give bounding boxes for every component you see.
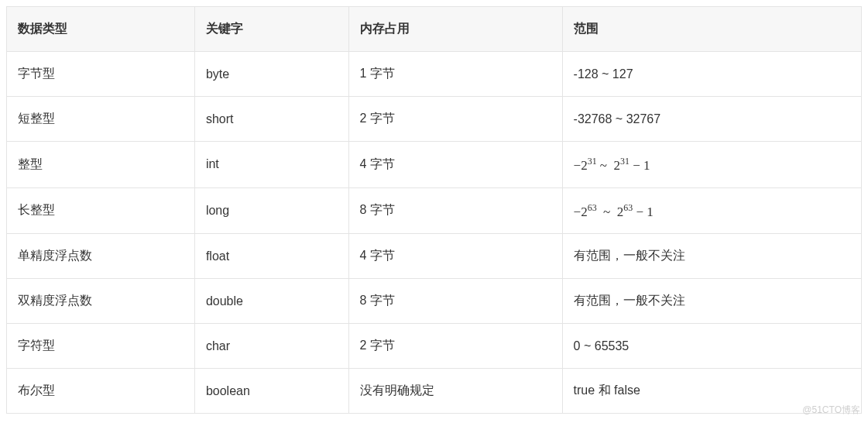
- cell-keyword: byte: [194, 52, 348, 97]
- cell-type: 双精度浮点数: [7, 279, 195, 324]
- cell-type: 布尔型: [7, 369, 195, 414]
- table-row: 长整型 long 8 字节 −263 ~ 263 − 1: [7, 187, 862, 234]
- cell-range: −263 ~ 263 − 1: [562, 187, 861, 234]
- header-data-type: 数据类型: [7, 7, 195, 52]
- cell-range: -32768 ~ 32767: [562, 97, 861, 142]
- cell-range: 0 ~ 65535: [562, 324, 861, 369]
- table-row: 短整型 short 2 字节 -32768 ~ 32767: [7, 97, 862, 142]
- cell-memory: 没有明确规定: [348, 369, 562, 414]
- data-types-table: 数据类型 关键字 内存占用 范围 字节型 byte 1 字节 -128 ~ 12…: [6, 6, 862, 414]
- cell-type: 单精度浮点数: [7, 234, 195, 279]
- cell-keyword: char: [194, 324, 348, 369]
- cell-keyword: double: [194, 279, 348, 324]
- table-row: 整型 int 4 字节 −231 ~ 231 − 1: [7, 142, 862, 188]
- cell-memory: 1 字节: [348, 52, 562, 97]
- table-body: 字节型 byte 1 字节 -128 ~ 127 短整型 short 2 字节 …: [7, 52, 862, 414]
- header-range: 范围: [562, 7, 861, 52]
- cell-memory: 8 字节: [348, 279, 562, 324]
- cell-range: −231 ~ 231 − 1: [562, 142, 861, 188]
- cell-keyword: int: [194, 142, 348, 188]
- header-keyword: 关键字: [194, 7, 348, 52]
- cell-memory: 8 字节: [348, 187, 562, 234]
- cell-range: 有范围，一般不关注: [562, 279, 861, 324]
- cell-memory: 2 字节: [348, 97, 562, 142]
- table-row: 字节型 byte 1 字节 -128 ~ 127: [7, 52, 862, 97]
- cell-memory: 4 字节: [348, 234, 562, 279]
- table-header-row: 数据类型 关键字 内存占用 范围: [7, 7, 862, 52]
- cell-range: 有范围，一般不关注: [562, 234, 861, 279]
- cell-type: 长整型: [7, 187, 195, 234]
- cell-type: 字节型: [7, 52, 195, 97]
- cell-memory: 4 字节: [348, 142, 562, 188]
- table-row: 单精度浮点数 float 4 字节 有范围，一般不关注: [7, 234, 862, 279]
- cell-type: 整型: [7, 142, 195, 188]
- cell-keyword: float: [194, 234, 348, 279]
- table-row: 字符型 char 2 字节 0 ~ 65535: [7, 324, 862, 369]
- cell-memory: 2 字节: [348, 324, 562, 369]
- cell-type: 短整型: [7, 97, 195, 142]
- cell-type: 字符型: [7, 324, 195, 369]
- cell-keyword: short: [194, 97, 348, 142]
- table-row: 布尔型 boolean 没有明确规定 true 和 false: [7, 369, 862, 414]
- cell-keyword: long: [194, 187, 348, 234]
- watermark: @51CTO博客: [802, 404, 860, 417]
- header-memory: 内存占用: [348, 7, 562, 52]
- cell-range: -128 ~ 127: [562, 52, 861, 97]
- table-row: 双精度浮点数 double 8 字节 有范围，一般不关注: [7, 279, 862, 324]
- cell-keyword: boolean: [194, 369, 348, 414]
